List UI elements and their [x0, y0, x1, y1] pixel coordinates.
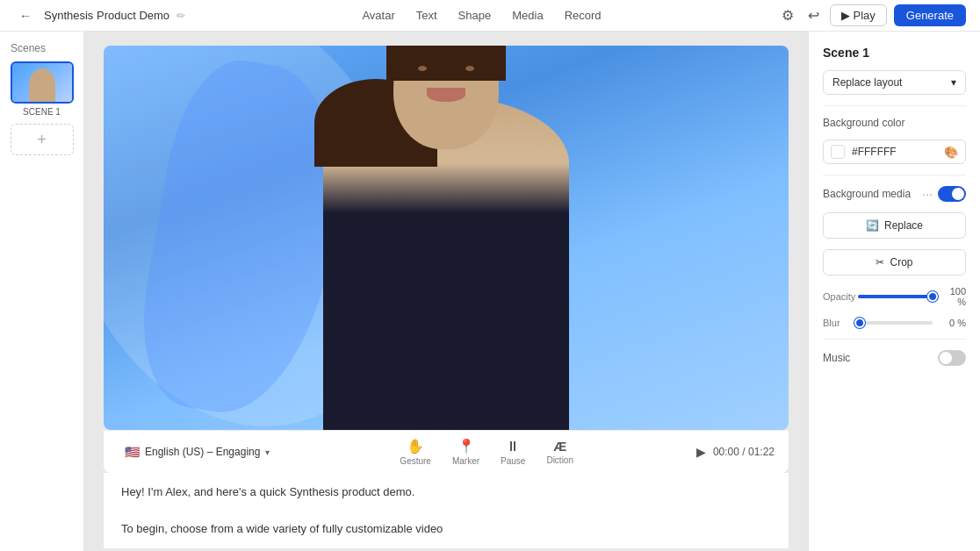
diction-icon: Æ [553, 439, 566, 454]
bg-media-toggle[interactable] [938, 186, 966, 202]
pause-label: Pause [501, 456, 525, 466]
color-value: #FFFFFF [852, 146, 937, 158]
back-button[interactable]: ← [14, 7, 37, 25]
layout-dropdown[interactable]: Replace layout ▾ [823, 70, 966, 95]
marker-tool[interactable]: 📍 Marker [452, 438, 479, 466]
layout-chevron-icon: ▾ [951, 76, 956, 89]
crop-button[interactable]: ✂ Crop [823, 249, 966, 276]
scene-thumbnail[interactable] [11, 61, 74, 104]
color-swatch [831, 145, 845, 159]
generate-button[interactable]: Generate [894, 4, 966, 26]
color-picker-icon: 🎨 [944, 146, 958, 159]
nav-avatar[interactable]: Avatar [362, 5, 394, 25]
gesture-label: Gesture [400, 456, 431, 466]
marker-icon: 📍 [458, 438, 475, 454]
layout-label: Replace layout [832, 76, 902, 89]
main-area: Scenes SCENE 1 + [0, 32, 980, 551]
blur-slider-thumb [854, 318, 865, 328]
diction-label: Diction [546, 455, 573, 465]
nav-record[interactable]: Record [565, 5, 602, 25]
marker-label: Marker [452, 456, 479, 466]
avatar-body [323, 97, 569, 430]
color-input-row[interactable]: #FFFFFF 🎨 [823, 140, 966, 164]
add-scene-button[interactable]: + [11, 124, 74, 155]
pause-icon: ⏸ [506, 439, 520, 454]
opacity-row: Opacity 100 % [823, 286, 966, 307]
blur-label: Blur [823, 318, 851, 328]
replace-icon: 🔄 [866, 219, 879, 232]
script-line-2: To begin, choose from a wide variety of … [121, 520, 771, 539]
replace-label: Replace [884, 219, 923, 232]
settings-icon[interactable]: ⚙ [778, 4, 797, 27]
top-bar-right: ⚙ ↩ ▶ Play Generate [778, 4, 966, 27]
nav-media[interactable]: Media [512, 5, 543, 25]
avatar-figure [297, 61, 595, 430]
playback-controls: ▶ 00:00 / 01:22 [696, 445, 775, 459]
gesture-icon: ✋ [407, 438, 424, 454]
top-bar-nav: Avatar Text Shape Media Record [362, 5, 601, 25]
language-selector[interactable]: 🇺🇸 English (US) – Engaging ▾ [118, 441, 277, 462]
undo-icon[interactable]: ↩ [804, 4, 823, 27]
play-button[interactable]: ▶ Play [830, 4, 887, 26]
avatar-head [393, 46, 499, 149]
blur-row: Blur 0 % [823, 318, 966, 328]
more-icon[interactable]: ··· [922, 187, 933, 201]
top-bar: ← Synthesis Product Demo ✏ Avatar Text S… [0, 0, 980, 32]
music-row: Music [823, 350, 966, 366]
time-display: 00:00 / 01:22 [713, 446, 775, 458]
edit-icon: ✏ [177, 10, 185, 22]
opacity-slider-fill [858, 295, 933, 298]
bg-media-row: Background media ··· [823, 186, 966, 202]
blur-value: 0 % [940, 318, 966, 328]
music-label: Music [823, 352, 850, 364]
opacity-label: Opacity [823, 291, 851, 302]
scene-label: SCENE 1 [23, 107, 61, 117]
flag-icon: 🇺🇸 [125, 445, 140, 459]
toggle-thumb [952, 188, 964, 200]
scenes-label: Scenes [11, 42, 46, 54]
crop-icon: ✂ [876, 256, 884, 268]
opacity-slider-thumb [927, 291, 938, 302]
nav-text[interactable]: Text [416, 5, 437, 25]
music-toggle[interactable] [938, 350, 966, 366]
bg-media-label: Background media [823, 188, 911, 200]
scenes-panel: Scenes SCENE 1 + [0, 32, 84, 551]
diction-tool[interactable]: Æ Diction [546, 439, 573, 465]
pause-tool[interactable]: ⏸ Pause [501, 439, 525, 466]
crop-label: Crop [890, 256, 912, 268]
opacity-slider-track[interactable] [858, 295, 933, 298]
scene-title: Scene 1 [823, 46, 966, 60]
divider-3 [823, 339, 966, 340]
language-label: English (US) – Engaging [145, 446, 260, 458]
music-toggle-thumb [940, 352, 952, 364]
top-bar-left: ← Synthesis Product Demo ✏ [14, 7, 185, 25]
video-canvas[interactable] [104, 46, 789, 430]
opacity-value: 100 % [940, 286, 966, 307]
divider-1 [823, 105, 966, 106]
divider-2 [823, 175, 966, 175]
bottom-controls: 🇺🇸 English (US) – Engaging ▾ ✋ Gesture 📍… [104, 430, 789, 473]
gesture-tool[interactable]: ✋ Gesture [400, 438, 431, 466]
nav-shape[interactable]: Shape [458, 5, 492, 25]
script-line-1: Hey! I'm Alex, and here's a quick Synthe… [121, 483, 771, 502]
right-panel: Scene 1 Replace layout ▾ Background colo… [808, 32, 980, 551]
replace-button[interactable]: 🔄 Replace [823, 212, 966, 239]
canvas-area: 🇺🇸 English (US) – Engaging ▾ ✋ Gesture 📍… [84, 32, 808, 551]
scene-thumb-inner [12, 63, 72, 102]
project-title: Synthesis Product Demo [44, 9, 169, 22]
blur-slider-track[interactable] [858, 321, 933, 325]
bg-media-right: ··· [922, 186, 966, 202]
chevron-down-icon: ▾ [265, 447, 270, 457]
script-area[interactable]: Hey! I'm Alex, and here's a quick Synthe… [104, 473, 789, 548]
bg-color-label: Background color [823, 117, 966, 129]
playback-play-button[interactable]: ▶ [696, 445, 706, 459]
toolbar-center: ✋ Gesture 📍 Marker ⏸ Pause Æ Diction [277, 438, 696, 466]
